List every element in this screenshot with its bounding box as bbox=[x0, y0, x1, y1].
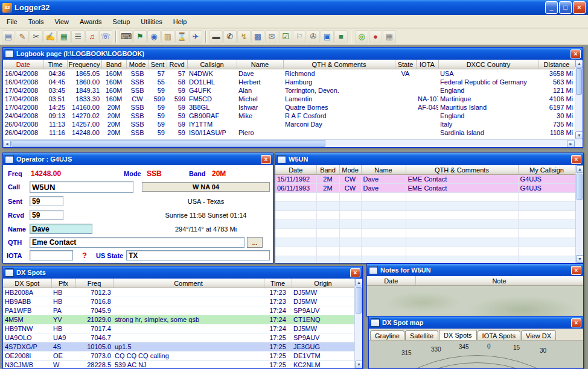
worked-before-vertical-scrollbar[interactable]: ▲ ▼ bbox=[575, 165, 583, 263]
table-row[interactable]: N3CJM/BW28228.5539 AC NJ17:25KC2NLM bbox=[3, 361, 354, 369]
scrollbar-thumb[interactable] bbox=[577, 174, 583, 200]
calendar-icon[interactable]: ▦ bbox=[57, 30, 71, 43]
column-header[interactable]: Date bbox=[3, 60, 43, 69]
qth-input[interactable] bbox=[30, 237, 244, 248]
table-row[interactable]: 16/04/200804:451860.00160MSSB5558DO1LHLH… bbox=[3, 78, 575, 86]
column-header[interactable]: Date bbox=[367, 276, 415, 286]
clock-icon[interactable]: ⌛ bbox=[175, 30, 188, 43]
column-header[interactable]: Frequency bbox=[67, 60, 101, 69]
record-icon[interactable]: ● bbox=[369, 30, 382, 43]
notes-titlebar[interactable]: Notes for W5UN × bbox=[367, 264, 583, 276]
dx-spots-vertical-scrollbar[interactable]: ▲ ▼ bbox=[354, 279, 362, 368]
calendar2-icon[interactable]: ▦ bbox=[383, 30, 396, 43]
close-button[interactable]: × bbox=[573, 1, 586, 14]
column-header[interactable]: Comment bbox=[113, 279, 264, 288]
scrollbar-thumb[interactable] bbox=[576, 68, 582, 95]
column-header[interactable]: QTH & Comments bbox=[406, 165, 518, 175]
scroll-up-icon[interactable]: ▲ bbox=[355, 279, 363, 286]
column-header[interactable]: Time bbox=[43, 60, 67, 69]
tape-icon[interactable]: ✇ bbox=[307, 30, 320, 43]
scroll-right-icon[interactable]: ► bbox=[567, 140, 575, 148]
spin-green-icon[interactable]: ◎ bbox=[355, 30, 368, 43]
iota-input[interactable] bbox=[30, 250, 73, 260]
screen-icon[interactable]: ■ bbox=[334, 30, 348, 43]
tab-view-dx[interactable]: View DX bbox=[521, 330, 556, 340]
table-row[interactable]: 24/04/200809:1314270.0220MSSB5959GB90RAF… bbox=[3, 112, 575, 120]
map-canvas[interactable]: 31533034501530 bbox=[369, 341, 583, 368]
table-row[interactable]: OE2008IOE7073.0CQ CQ CQ calling17:25DE1V… bbox=[3, 352, 354, 361]
airplane-icon[interactable]: ✈ bbox=[189, 30, 202, 43]
operator-titlebar[interactable]: Operator : G4UJS × bbox=[3, 153, 273, 165]
cluster-flag-icon[interactable]: ⚑ bbox=[133, 30, 147, 43]
column-header[interactable]: IOTA bbox=[416, 60, 438, 69]
table-row[interactable]: 16/04/200804:361865.05160MSSB5757N4DWKDa… bbox=[3, 69, 575, 78]
column-header[interactable]: Origin bbox=[292, 279, 354, 288]
column-header[interactable]: Time bbox=[264, 279, 292, 288]
world-icon[interactable]: ◉ bbox=[147, 30, 161, 43]
copy-page-icon[interactable]: ▤ bbox=[2, 30, 15, 43]
flag-icon[interactable]: ⚐ bbox=[293, 30, 306, 43]
menu-file[interactable]: File bbox=[1, 16, 23, 27]
table-row[interactable]: HB9TNWHB7017.417:24DJ5MW bbox=[3, 324, 354, 333]
dx-spots-close-icon[interactable]: × bbox=[350, 268, 360, 277]
menu-awards[interactable]: Awards bbox=[74, 16, 107, 27]
column-header[interactable]: Callsign bbox=[187, 60, 237, 69]
dx-spot-map-titlebar[interactable]: DX Spot map × bbox=[369, 317, 583, 329]
scrollbar-thumb[interactable] bbox=[356, 287, 362, 314]
logbook-titlebar[interactable]: Logbook page (I:\LOGBOOK\LOGBOOK) × bbox=[3, 48, 583, 60]
app-titlebar[interactable]: 32 Logger32 _ □ × bbox=[0, 0, 588, 15]
column-header[interactable]: Rcvd bbox=[167, 60, 187, 69]
column-header[interactable]: Date bbox=[275, 165, 316, 175]
check-icon[interactable]: ☑ bbox=[279, 30, 292, 43]
maximize-button[interactable]: □ bbox=[559, 1, 572, 14]
column-header[interactable]: State bbox=[395, 60, 416, 69]
table-row[interactable]: HB2008AHB7012.317:23DJ5MW bbox=[3, 288, 354, 297]
minimize-button[interactable]: _ bbox=[545, 1, 558, 14]
us-state-input[interactable] bbox=[126, 250, 270, 260]
worked-before-titlebar[interactable]: W5UN × bbox=[275, 153, 583, 165]
edit-note-icon[interactable]: ✎ bbox=[16, 30, 29, 43]
scroll-up-icon[interactable]: ▲ bbox=[576, 165, 584, 173]
tab-dx-spots[interactable]: DX Spots bbox=[439, 330, 476, 340]
tab-satellite[interactable]: Satellite bbox=[405, 330, 438, 340]
window-icon[interactable]: ▣ bbox=[321, 30, 334, 43]
tab-iota-spots[interactable]: IOTA Spots bbox=[478, 330, 520, 340]
column-header[interactable]: My Callsign bbox=[518, 165, 575, 175]
sound-icon[interactable]: ♫ bbox=[85, 30, 98, 43]
name-input[interactable] bbox=[30, 224, 92, 234]
mail-icon[interactable]: ✉ bbox=[265, 30, 278, 43]
logbook-close-icon[interactable]: × bbox=[570, 49, 581, 58]
column-header[interactable]: Band bbox=[101, 60, 126, 69]
table-row[interactable]: 17/04/200814:2514160.0020MSSB59593B8GLIs… bbox=[3, 103, 575, 112]
menu-help[interactable]: Help bbox=[168, 16, 193, 27]
table-row[interactable]: 26/04/200811:1314257.0020MSSB5959IY1TTMM… bbox=[3, 120, 575, 128]
notes-close-icon[interactable]: × bbox=[571, 266, 581, 275]
table-row[interactable]: 15/11/19922MCWDaveEME ContactG4UJS bbox=[275, 175, 575, 184]
column-header[interactable]: Band bbox=[316, 165, 339, 175]
column-header[interactable]: Mode bbox=[126, 60, 149, 69]
column-header[interactable]: QTH & Comments bbox=[283, 60, 395, 69]
menu-tools[interactable]: Tools bbox=[23, 16, 50, 27]
call-input[interactable] bbox=[30, 181, 133, 193]
column-header[interactable]: Freq bbox=[75, 279, 113, 288]
menu-view[interactable]: View bbox=[49, 16, 74, 27]
help-icon[interactable]: ? bbox=[82, 251, 87, 260]
table-row[interactable]: 17/04/200803:451849.31160MSSB5959G4UFKAl… bbox=[3, 86, 575, 95]
column-header[interactable]: Sent bbox=[149, 60, 167, 69]
scroll-down-icon[interactable]: ▼ bbox=[355, 361, 363, 368]
menu-setup[interactable]: Setup bbox=[107, 16, 136, 27]
paint-icon[interactable]: ✍ bbox=[43, 30, 57, 43]
table-row[interactable]: HB9ABBHB7016.817:23DJ5MW bbox=[3, 297, 354, 306]
cw-key-icon[interactable]: ✆ bbox=[223, 30, 237, 43]
column-header[interactable]: Name bbox=[361, 165, 406, 175]
keyboard-icon[interactable]: ⌨ bbox=[120, 30, 133, 43]
menu-utilities[interactable]: Utilities bbox=[135, 16, 167, 27]
scroll-left-icon[interactable]: ◄ bbox=[3, 140, 11, 148]
table-row[interactable]: 26/04/200811:1614248.0020MSSB5959IS0/I1A… bbox=[3, 128, 575, 137]
rcvd-input[interactable] bbox=[30, 210, 63, 220]
sent-input[interactable] bbox=[30, 196, 63, 206]
column-header[interactable]: Distance bbox=[538, 60, 575, 69]
logbook-vertical-scrollbar[interactable]: ▲ ▼ bbox=[575, 60, 583, 139]
notes-content[interactable] bbox=[367, 286, 583, 316]
column-header[interactable]: DXCC Country bbox=[438, 60, 538, 69]
